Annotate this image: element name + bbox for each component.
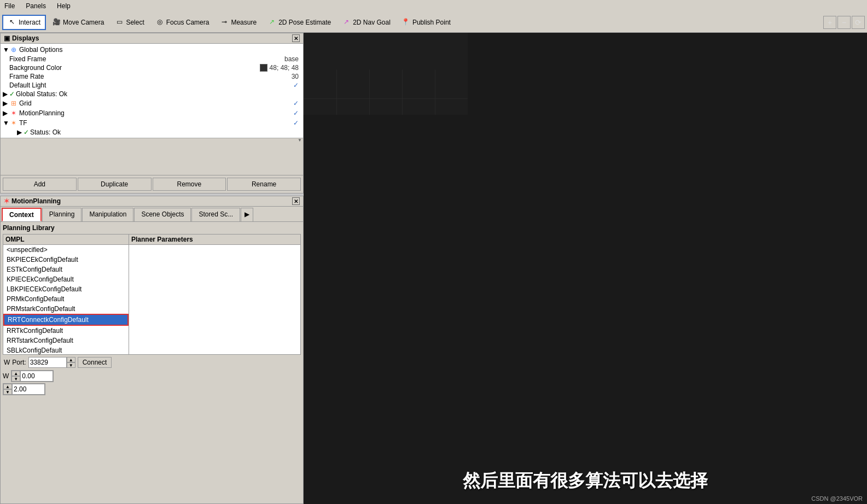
left-panel: ▣ Displays ✕ ▼ ⊕ Global Options Fixed Fr…: [0, 33, 304, 504]
tab-stored-sc[interactable]: Stored Sc...: [191, 208, 240, 221]
tree-grid[interactable]: ▶ ⊞ Grid ✓: [2, 98, 302, 108]
global-status-arrow: ▶: [3, 90, 9, 98]
tree-global-status[interactable]: ▶ ✓ Global Status: Ok: [2, 90, 302, 98]
tf-status-label: Status: Ok: [30, 128, 301, 136]
menu-help[interactable]: Help: [55, 1, 73, 11]
number-input-1[interactable]: [20, 371, 53, 382]
port-spinners: ▲ ▼: [67, 357, 75, 368]
port-spin-up[interactable]: ▲: [67, 357, 75, 362]
tab-context[interactable]: Context: [2, 208, 42, 221]
planner-item-1[interactable]: BKPIECEkConfigDefault: [3, 255, 129, 265]
motion-panel-close-btn[interactable]: ✕: [292, 197, 300, 205]
frame-rate-value: 30: [292, 73, 299, 80]
2d-nav-button[interactable]: ↗ 2D Nav Goal: [337, 15, 395, 30]
planner-params-header: Planner Parameters: [129, 235, 300, 245]
planner-item-3[interactable]: KPIECEkConfigDefault: [3, 274, 129, 284]
displays-close-btn[interactable]: ✕: [292, 34, 300, 42]
planner-item-5[interactable]: PRMkConfigDefault: [3, 294, 129, 304]
motion-planning-icon: ✶: [9, 109, 18, 118]
planner-list-content[interactable]: <unspecified> BKPIECEkConfigDefault ESTk…: [3, 245, 129, 354]
tab-scene-objects[interactable]: Scene Objects: [134, 208, 191, 221]
tree-tf-status[interactable]: ▶ ✓ Status: Ok: [2, 128, 302, 137]
tab-arrow[interactable]: ▶: [241, 208, 253, 221]
motion-panel-title: MotionPlanning: [11, 197, 61, 205]
tree-global-options[interactable]: ▼ ⊕ Global Options: [2, 45, 302, 55]
select-button[interactable]: ▭ Select: [110, 15, 149, 30]
port-spin-down[interactable]: ▼: [67, 362, 75, 368]
focus-camera-icon: ◎: [155, 18, 164, 27]
remove-button[interactable]: Remove: [153, 178, 226, 191]
number-1-spin-up[interactable]: ▲: [11, 371, 20, 376]
number-2-spin-up[interactable]: ▲: [3, 384, 12, 389]
planner-params-col: Planner Parameters: [129, 235, 300, 354]
tree-tf[interactable]: ▼ ✶ TF ✓: [2, 118, 302, 128]
move-camera-icon: 🎥: [52, 18, 61, 27]
frame-rate-label: Frame Rate: [9, 73, 292, 80]
tree-motion-planning[interactable]: ▶ ✶ MotionPlanning ✓: [2, 108, 302, 118]
port-input[interactable]: [28, 357, 67, 368]
focus-camera-button[interactable]: ◎ Focus Camera: [150, 15, 214, 30]
toolbar-plus-btn[interactable]: +: [823, 16, 836, 29]
move-camera-button[interactable]: 🎥 Move Camera: [47, 15, 109, 30]
motion-planning-panel: ✶ MotionPlanning ✕ Context Planning Mani…: [0, 196, 304, 504]
planner-item-7[interactable]: RRTConnectkConfigDefault: [3, 314, 129, 326]
menu-panels[interactable]: Panels: [24, 1, 48, 11]
interact-icon: ↖: [8, 18, 16, 27]
ompl-header: OMPL: [3, 235, 129, 245]
subtitle: 然后里面有很多算法可以去选择: [463, 469, 708, 493]
viewport[interactable]: ble ee_link 然后里面有很多算法可以去选择 CSDN @2345VOR: [304, 33, 867, 504]
planner-item-9[interactable]: RRTstarkConfigDefault: [3, 336, 129, 345]
tf-icon: ✶: [9, 119, 18, 127]
displays-tree: ▼ ⊕ Global Options Fixed Frame base Back…: [1, 44, 303, 138]
tf-status-arrow: ▶: [17, 128, 24, 136]
motion-content: Planning Library OMPL <unspecified> BKPI…: [1, 222, 303, 503]
toolbar-minus-btn[interactable]: −: [837, 16, 851, 29]
number-2-spin-down[interactable]: ▼: [3, 389, 12, 395]
w-label-2: W: [3, 372, 9, 380]
planner-item-0[interactable]: <unspecified>: [3, 245, 129, 255]
rename-button[interactable]: Rename: [227, 178, 301, 191]
interact-button[interactable]: ↖ Interact: [2, 15, 46, 30]
number-1-spinners: ▲ ▼: [11, 371, 20, 382]
planner-item-2[interactable]: ESTkConfigDefault: [3, 265, 129, 274]
tf-status-icon: ✓: [24, 128, 29, 136]
viewport-grid-svg: ble ee_link: [304, 33, 468, 115]
planner-item-10[interactable]: SBLkConfigDefault: [3, 345, 129, 354]
connect-button[interactable]: Connect: [78, 357, 112, 368]
tree-fixed-frame[interactable]: Fixed Frame base: [2, 55, 302, 63]
motion-tabs: Context Planning Manipulation Scene Obje…: [1, 207, 303, 222]
watermark: CSDN @2345VOR: [811, 495, 863, 502]
number-input-1-group: ▲ ▼: [11, 370, 54, 382]
grid-icon: ⊞: [9, 99, 18, 108]
displays-panel-header: ▣ Displays ✕: [1, 33, 303, 44]
number-rows: W ▲ ▼ ▲ ▼: [3, 370, 301, 395]
w-label-1: W: [4, 359, 10, 366]
port-area: W Port: ▲ ▼ Connect: [3, 355, 301, 370]
duplicate-button[interactable]: Duplicate: [78, 178, 152, 191]
tf-arrow: ▼: [3, 119, 9, 127]
displays-panel-icon: ▣: [4, 34, 10, 42]
tree-default-light[interactable]: Default Light ✓: [2, 81, 302, 90]
publish-point-button[interactable]: 📍 Publish Point: [397, 15, 456, 30]
menu-bar: File Panels Help: [0, 0, 867, 12]
displays-panel-title: Displays: [12, 34, 39, 42]
background-color-value: 48; 48; 48: [270, 64, 299, 72]
tab-manipulation[interactable]: Manipulation: [82, 208, 133, 221]
svg-rect-1: [304, 70, 468, 115]
number-input-2[interactable]: [12, 384, 45, 395]
measure-button[interactable]: ⊸ Measure: [215, 15, 261, 30]
number-row-1: W ▲ ▼: [3, 370, 301, 382]
toolbar-reset-btn[interactable]: ⟳: [852, 16, 865, 29]
tab-planning[interactable]: Planning: [42, 208, 82, 221]
add-button[interactable]: Add: [3, 178, 77, 191]
planner-item-6[interactable]: PRMstarkConfigDefault: [3, 304, 129, 314]
planner-item-4[interactable]: LBKPIECEkConfigDefault: [3, 284, 129, 294]
motion-planning-arrow: ▶: [3, 109, 9, 117]
number-1-spin-down[interactable]: ▼: [11, 376, 20, 382]
2d-pose-button[interactable]: ↗ 2D Pose Estimate: [263, 15, 336, 30]
menu-file[interactable]: File: [2, 1, 17, 11]
default-light-check: ✓: [293, 81, 299, 89]
tree-frame-rate[interactable]: Frame Rate 30: [2, 72, 302, 81]
tree-background-color[interactable]: Background Color 48; 48; 48: [2, 63, 302, 72]
planner-item-8[interactable]: RRTkConfigDefault: [3, 326, 129, 336]
